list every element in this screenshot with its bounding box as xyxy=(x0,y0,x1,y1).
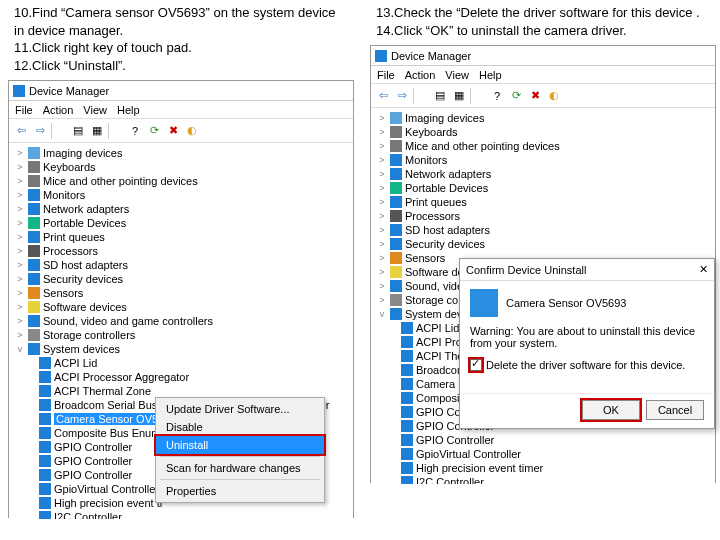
tree-category[interactable]: >Monitors xyxy=(11,188,351,202)
expand-icon[interactable]: > xyxy=(15,274,25,284)
menu-item[interactable]: Update Driver Software... xyxy=(156,400,324,418)
tree-category[interactable]: >Print queues xyxy=(373,195,713,209)
expand-icon[interactable]: > xyxy=(377,281,387,291)
fwd-icon[interactable]: ⇨ xyxy=(394,88,410,104)
expand-icon[interactable]: > xyxy=(15,246,25,256)
refresh-icon[interactable]: ⟳ xyxy=(508,88,524,104)
tree-category[interactable]: >Keyboards xyxy=(373,125,713,139)
tree-category[interactable]: >Sound, video and game controllers xyxy=(11,314,351,328)
expand-icon[interactable]: > xyxy=(377,155,387,165)
help-icon[interactable]: ? xyxy=(489,88,505,104)
delete-driver-checkbox[interactable]: Delete the driver software for this devi… xyxy=(470,359,704,371)
expand-icon[interactable]: > xyxy=(15,190,25,200)
tree-item[interactable]: ACPI Lid xyxy=(11,356,351,370)
expand-icon[interactable]: > xyxy=(377,253,387,263)
menu-item[interactable]: Properties xyxy=(156,482,324,500)
tree-category[interactable]: >Security devices xyxy=(11,272,351,286)
help-icon[interactable]: ? xyxy=(127,123,143,139)
tree-category[interactable]: >Network adapters xyxy=(373,167,713,181)
menu-view[interactable]: View xyxy=(445,69,469,81)
prop-icon[interactable]: ▦ xyxy=(89,123,105,139)
tree-category[interactable]: >Processors xyxy=(11,244,351,258)
menu-item[interactable]: Disable xyxy=(156,418,324,436)
menu-file[interactable]: File xyxy=(15,104,33,116)
expand-icon[interactable]: > xyxy=(15,288,25,298)
tree-category[interactable]: >Keyboards xyxy=(11,160,351,174)
expand-icon[interactable]: > xyxy=(15,162,25,172)
refresh-icon[interactable]: ⟳ xyxy=(146,123,162,139)
tree-item[interactable]: I2C Controller xyxy=(11,510,351,519)
tree-category[interactable]: >Print queues xyxy=(11,230,351,244)
tree-icon[interactable]: ▤ xyxy=(432,88,448,104)
menu-file[interactable]: File xyxy=(377,69,395,81)
expand-icon[interactable]: > xyxy=(377,239,387,249)
tree-category[interactable]: >Software devices xyxy=(11,300,351,314)
expand-icon[interactable]: > xyxy=(15,260,25,270)
tree-category[interactable]: >Security devices xyxy=(373,237,713,251)
ok-button[interactable]: OK xyxy=(582,400,640,420)
context-menu[interactable]: Update Driver Software...DisableUninstal… xyxy=(155,397,325,503)
expand-icon[interactable]: > xyxy=(15,302,25,312)
tree-category[interactable]: >Imaging devices xyxy=(373,111,713,125)
close-icon[interactable]: ✕ xyxy=(699,263,708,276)
expand-icon[interactable]: > xyxy=(15,204,25,214)
tree-category[interactable]: >SD host adapters xyxy=(11,258,351,272)
tree-category[interactable]: >Processors xyxy=(373,209,713,223)
expand-icon[interactable]: > xyxy=(15,232,25,242)
scan-icon[interactable]: ◐ xyxy=(184,123,200,139)
menu-help[interactable]: Help xyxy=(479,69,502,81)
expand-icon[interactable]: > xyxy=(377,127,387,137)
menu-action[interactable]: Action xyxy=(43,104,74,116)
expand-icon[interactable]: > xyxy=(15,176,25,186)
tree-category-system[interactable]: vSystem devices xyxy=(11,342,351,356)
expand-icon[interactable]: > xyxy=(377,169,387,179)
expand-icon[interactable]: > xyxy=(377,295,387,305)
tree-category[interactable]: >Imaging devices xyxy=(11,146,351,160)
tree-category[interactable]: >SD host adapters xyxy=(373,223,713,237)
expand-icon[interactable]: > xyxy=(15,330,25,340)
tree-item[interactable]: High precision event timer xyxy=(373,461,713,475)
tree-icon[interactable]: ▤ xyxy=(70,123,86,139)
tree-category[interactable]: >Portable Devices xyxy=(373,181,713,195)
expand-icon[interactable]: > xyxy=(377,113,387,123)
tree-category[interactable]: >Mice and other pointing devices xyxy=(373,139,713,153)
back-icon[interactable]: ⇦ xyxy=(13,123,29,139)
expand-icon[interactable]: > xyxy=(15,316,25,326)
expand-icon[interactable]: > xyxy=(377,183,387,193)
fwd-icon[interactable]: ⇨ xyxy=(32,123,48,139)
cancel-button[interactable]: Cancel xyxy=(646,400,704,420)
menubar[interactable]: File Action View Help xyxy=(371,66,715,84)
titlebar[interactable]: Device Manager xyxy=(371,46,715,66)
delete-icon[interactable]: ✖ xyxy=(165,123,181,139)
checkbox-icon[interactable] xyxy=(470,359,482,371)
menu-action[interactable]: Action xyxy=(405,69,436,81)
tree-category[interactable]: >Mice and other pointing devices xyxy=(11,174,351,188)
expand-icon[interactable]: > xyxy=(377,141,387,151)
device-tree[interactable]: >Imaging devices>Keyboards>Mice and othe… xyxy=(9,143,353,519)
expand-icon[interactable]: > xyxy=(15,148,25,158)
tree-category[interactable]: >Portable Devices xyxy=(11,216,351,230)
back-icon[interactable]: ⇦ xyxy=(375,88,391,104)
expand-icon[interactable]: > xyxy=(377,225,387,235)
menu-item[interactable]: Scan for hardware changes xyxy=(156,459,324,477)
menubar[interactable]: File Action View Help xyxy=(9,101,353,119)
tree-item[interactable]: I2C Controller xyxy=(373,475,713,484)
collapse-icon[interactable]: v xyxy=(377,309,387,319)
expand-icon[interactable]: > xyxy=(377,197,387,207)
menu-help[interactable]: Help xyxy=(117,104,140,116)
prop-icon[interactable]: ▦ xyxy=(451,88,467,104)
tree-item[interactable]: ACPI Thermal Zone xyxy=(11,384,351,398)
menu-view[interactable]: View xyxy=(83,104,107,116)
expand-icon[interactable]: > xyxy=(377,267,387,277)
tree-category[interactable]: >Monitors xyxy=(373,153,713,167)
delete-icon[interactable]: ✖ xyxy=(527,88,543,104)
tree-category[interactable]: >Sensors xyxy=(11,286,351,300)
expand-icon[interactable]: > xyxy=(377,211,387,221)
tree-item[interactable]: GPIO Controller xyxy=(373,433,713,447)
menu-item[interactable]: Uninstall xyxy=(156,436,324,454)
tree-item[interactable]: GpioVirtual Controller xyxy=(373,447,713,461)
tree-category[interactable]: >Storage controllers xyxy=(11,328,351,342)
collapse-icon[interactable]: v xyxy=(15,344,25,354)
tree-category[interactable]: >Network adapters xyxy=(11,202,351,216)
dialog-titlebar[interactable]: Confirm Device Uninstall ✕ xyxy=(460,259,714,281)
